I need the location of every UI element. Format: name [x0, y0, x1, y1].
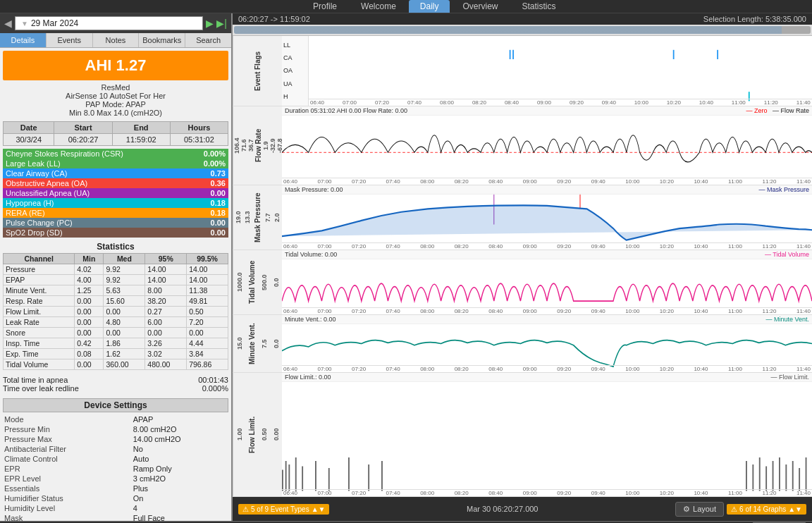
main-content: ◀ ▼ 29 Mar 2024 ▶ ▶| Details Events Note… [0, 13, 812, 521]
svg-rect-27 [806, 457, 807, 491]
apnea-value: 00:01:43 [198, 376, 228, 384]
mask-pressure-svg [282, 185, 812, 250]
flow-rate-title: Duration 05:31:02 AHI 0.00 Flow Rate: 0.… [282, 106, 812, 116]
session-end: 11:59:02 [112, 134, 170, 146]
svg-rect-15 [348, 457, 350, 491]
event-ll-name: Large Leak (LL) [3, 159, 187, 168]
device-info: ResMed AirSense 10 AutoSet For Her PAP M… [0, 83, 231, 117]
event-ca-name: Clear Airway (CA) [3, 168, 187, 178]
event-x-axis: 06:4007:0007:2007:4008:0008:2008:4009:00… [309, 99, 812, 106]
stats-row-epap: EPAP4.009.9214.0014.00 [4, 275, 228, 285]
gear-icon: ⚙ [683, 505, 690, 514]
tab-statistics[interactable]: Statistics [511, 0, 567, 13]
minute-vent-ylabel: 15.0 Minute Vent. 7.5 0.0 [233, 315, 282, 372]
datetime-table: Date Start End Hours 30/3/24 06:20:27 11… [3, 121, 228, 146]
tab-welcome[interactable]: Welcome [350, 0, 407, 13]
last-date-button[interactable]: ▶| [216, 18, 227, 29]
tab-details[interactable]: Details [0, 33, 47, 47]
graphs-badge: ⚠ 6 of 14 Graphs ▲▼ [727, 504, 806, 515]
flow-limit-chart: Flow Limit.: 0.00 — Flow Limit. [282, 373, 812, 496]
svg-rect-12 [302, 467, 303, 491]
stats-title: Statistics [3, 242, 228, 252]
session-date: 30/3/24 [4, 134, 54, 146]
stats-row-resprate: Resp. Rate0.0015.6038.2049.81 [4, 296, 228, 307]
device-settings-title: Device Settings [3, 398, 228, 412]
event-h-val: 0.18 [187, 198, 228, 208]
stats-row-exptime: Exp. Time0.081.623.023.84 [4, 349, 228, 359]
tab-overview[interactable]: Overview [451, 0, 509, 13]
stats-row-insptime: Insp. Time0.421.863.264.44 [4, 338, 228, 349]
timestamp-display: Mar 30 06:20:27.000 [467, 505, 539, 513]
minute-vent-chart: Minute Vent.: 0.00 — Minute Vent. 06:400… [282, 315, 812, 372]
top-nav: Profile Welcome Daily Overview Statistic… [0, 0, 812, 13]
minute-vent-title: Minute Vent.: 0.00 — Minute Vent. [282, 315, 812, 324]
svg-rect-21 [765, 467, 767, 491]
svg-rect-11 [295, 457, 297, 491]
event-h-name: Hypopnea (H) [3, 198, 187, 208]
layout-button[interactable]: ⚙ Layout [675, 502, 724, 517]
tab-daily[interactable]: Daily [409, 0, 450, 13]
stats-col-99: 99.5% [187, 254, 228, 264]
date-nav: ◀ ▼ 29 Mar 2024 ▶ ▶| [0, 13, 231, 33]
graphs-badge-text: 6 of 14 Graphs [739, 505, 786, 513]
col-date: Date [4, 122, 54, 134]
right-panel: 06:20:27 -> 11:59:02 Selection Length: 5… [233, 13, 812, 521]
svg-rect-10 [288, 464, 290, 491]
svg-rect-18 [746, 461, 747, 491]
svg-rect-25 [792, 461, 794, 491]
status-left: ⚠ 5 of 9 Event Types ▲▼ [238, 504, 329, 515]
svg-rect-20 [759, 457, 761, 491]
event-flags-chart: 06:4007:0007:2007:4008:0008:2008:4009:00… [309, 36, 812, 106]
minutevent-x-axis: 06:4007:0007:2007:4008:0008:2008:4009:00… [282, 365, 812, 372]
mask-pressure-title: Mask Pressure: 0.00 — Mask Pressure [282, 185, 812, 195]
sub-tabs: Details Events Notes Bookmarks Search [0, 33, 231, 48]
svg-rect-19 [752, 464, 753, 491]
flow-rate-svg [282, 106, 812, 185]
stats-col-95: 95% [145, 254, 187, 264]
tab-events[interactable]: Events [47, 33, 93, 47]
event-flag-labels: LLCAOAUAH [282, 36, 309, 106]
event-flags-label: Event Flags [233, 36, 282, 106]
device-settings-table: ModeAPAP Pressure Min8.00 cmH2O Pressure… [3, 414, 228, 523]
device-pressure: Min 8.0 Max 14.0 (cmH2O) [0, 109, 231, 117]
svg-rect-26 [799, 468, 800, 491]
status-bar: ⚠ 5 of 9 Event Types ▲▼ Mar 30 06:20:27.… [233, 497, 812, 521]
tab-profile[interactable]: Profile [302, 0, 348, 13]
flow-limit-title: Flow Limit.: 0.00 — Flow Limit. [282, 373, 812, 382]
selection-length: Selection Length: 5:38:35.000 [703, 15, 806, 23]
event-flags-svg [309, 36, 812, 106]
leak-label: Time over leak redline [3, 384, 79, 393]
date-text: 29 Mar 2024 [31, 18, 78, 28]
event-sd-name: SpO2 Drop (SD) [3, 228, 187, 238]
tab-bookmarks[interactable]: Bookmarks [139, 33, 185, 47]
event-pc-val: 0.00 [187, 218, 228, 228]
stats-col-channel: Channel [4, 254, 75, 264]
event-ua-name: Unclassified Apnea (UA) [3, 188, 187, 198]
stats-row-leakrate: Leak Rate0.004.806.007.20 [4, 317, 228, 328]
tab-notes[interactable]: Notes [93, 33, 140, 47]
tab-search[interactable]: Search [185, 33, 231, 47]
next-date-button[interactable]: ▶ [206, 18, 214, 29]
flow-rate-row: 106.4 71.6 36.7 Flow Rate 1.9 -32.9 -67.… [233, 106, 812, 185]
device-brand: ResMed [0, 83, 231, 92]
prev-date-button[interactable]: ◀ [4, 18, 12, 29]
flow-limit-row: 1.00 Flow Limit. 0.50 0.00 Flow Limit.: … [233, 373, 812, 497]
events-badge-text: 5 of 9 Event Types [251, 505, 309, 513]
graphs-dropdown[interactable]: ▲▼ [788, 505, 802, 513]
event-rera-val: 0.18 [187, 208, 228, 218]
stats-col-min: Min [75, 254, 104, 264]
event-csr-val: 0.00% [187, 149, 228, 159]
ahi-display: AHI 1.27 [3, 51, 228, 80]
event-rera-name: RERA (RE) [3, 208, 187, 218]
events-dropdown[interactable]: ▲▼ [312, 505, 326, 513]
events-table: Cheyne Stokes Respiration (CSR) 0.00% La… [3, 149, 228, 238]
tidal-volume-row: 1000.0 Tidal Volume 500.0 0.0 Tidal Volu… [233, 250, 812, 315]
scrollbar-area[interactable] [233, 25, 812, 36]
stats-row-tidalvol: Tidal Volume0.00360.00480.00796.86 [4, 359, 228, 370]
tidal-volume-title: Tidal Volume: 0.00 — Tidal Volume [282, 250, 812, 259]
svg-rect-9 [285, 461, 287, 491]
device-model: AirSense 10 AutoSet For Her [0, 92, 231, 100]
layout-label: Layout [693, 505, 716, 513]
col-end: End [112, 122, 170, 134]
stats-col-med: Med [104, 254, 145, 264]
